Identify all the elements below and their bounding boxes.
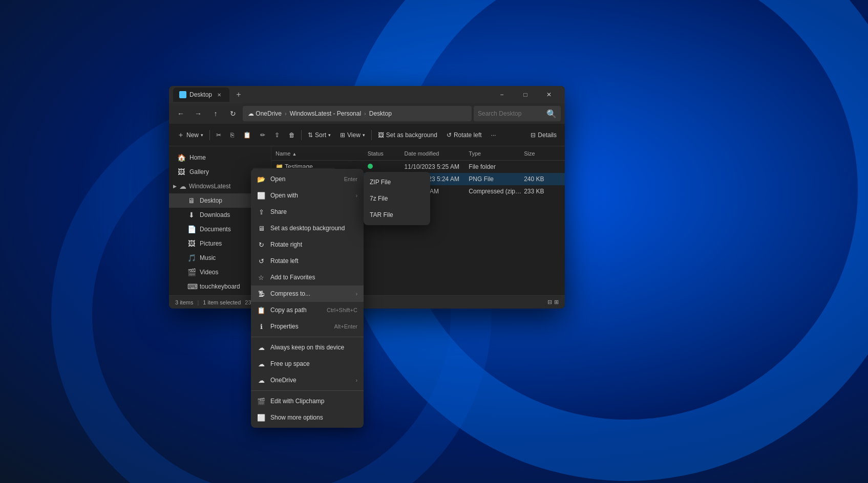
col-header-date[interactable]: Date modified [405, 150, 469, 157]
share-button[interactable]: ⇪ [270, 127, 284, 143]
background-label: Set as background [386, 131, 437, 139]
submenu-zip[interactable]: ZIP File [364, 174, 430, 190]
ctx-clipchamp-label: Edit with Clipchamp [270, 398, 357, 405]
search-input[interactable] [478, 110, 543, 117]
ctx-free-space[interactable]: ☁ Free up space [251, 356, 364, 372]
ctx-more-options[interactable]: ⬜ Show more options [251, 409, 364, 426]
ctx-open[interactable]: 📂 Open Enter [251, 171, 364, 187]
ctx-properties[interactable]: ℹ Properties Alt+Enter [251, 318, 364, 335]
ctx-rotate-left[interactable]: ↺ Rotate left [251, 253, 364, 269]
new-button[interactable]: ＋ New ▾ [173, 127, 207, 143]
ctx-compress[interactable]: 🗜 Compress to... › [251, 286, 364, 302]
ctx-share[interactable]: ⇪ Share [251, 204, 364, 220]
details-label: Details [538, 131, 557, 139]
ctx-compress-label: Compress to... [270, 290, 351, 297]
ctx-copy-path[interactable]: 📋 Copy as path Ctrl+Shift+C [251, 302, 364, 318]
breadcrumb-onedrive[interactable]: ☁ OneDrive [248, 110, 282, 117]
breadcrumb-desktop[interactable]: Desktop [369, 110, 392, 117]
view-icon-grid[interactable]: ⊞ [554, 299, 559, 305]
rotate-right-icon: ↻ [257, 240, 265, 249]
7z-label: 7z File [370, 195, 388, 202]
col-header-status[interactable]: Status [368, 150, 405, 157]
set-background-button[interactable]: 🖼 Set as background [374, 127, 441, 143]
ctx-onedrive-label: OneDrive [270, 377, 351, 384]
compress-icon: 🗜 [257, 290, 265, 298]
ctx-open-with[interactable]: ⬜ Open with › [251, 187, 364, 204]
ctx-open-shortcut: Enter [344, 176, 357, 182]
toolbar-separator-2 [301, 130, 302, 140]
active-tab[interactable]: Desktop ✕ [173, 87, 229, 102]
ctx-add-favorites[interactable]: ☆ Add to Favorites [251, 269, 364, 286]
cloud-icon: ☁ [179, 182, 187, 190]
zip-label: ZIP File [370, 179, 391, 186]
file-size-1: 240 KB [524, 175, 561, 183]
tar-label: TAR File [370, 211, 393, 218]
tab-close-button[interactable]: ✕ [215, 91, 223, 99]
new-tab-button[interactable]: + [231, 87, 246, 102]
address-bar[interactable]: ☁ OneDrive › WindowsLatest - Personal › … [243, 106, 472, 121]
search-bar[interactable]: 🔍 [474, 106, 561, 121]
sort-dropdown-icon: ▾ [328, 133, 331, 138]
up-button[interactable]: ↑ [208, 106, 223, 121]
submenu-tar[interactable]: TAR File [364, 207, 430, 223]
delete-button[interactable]: 🗑 [285, 127, 299, 143]
rotate-left-button[interactable]: ↺ Rotate left [442, 127, 486, 143]
ctx-clipchamp[interactable]: 🎬 Edit with Clipchamp [251, 393, 364, 409]
sidebar-label-downloads: Downloads [200, 211, 230, 218]
documents-icon: 📄 [187, 225, 196, 233]
back-button[interactable]: ← [173, 106, 188, 121]
col-header-name[interactable]: Name ▲ [276, 150, 368, 157]
downloads-icon: ⬇ [187, 211, 196, 219]
ctx-free-space-label: Free up space [270, 360, 357, 367]
file-date-0: 11/10/2023 5:25 AM [405, 163, 469, 170]
ctx-rotate-right[interactable]: ↻ Rotate right [251, 236, 364, 253]
breadcrumb-sep-2: › [364, 111, 366, 117]
rename-icon: ✏ [260, 131, 265, 139]
minimize-button[interactable]: − [490, 86, 514, 103]
view-dropdown-icon: ▾ [363, 133, 365, 138]
background-icon: 🖼 [378, 131, 384, 139]
ctx-properties-label: Properties [270, 323, 329, 330]
sidebar-item-home[interactable]: 🏠 Home [169, 150, 271, 165]
sidebar-label-pictures: Pictures [200, 240, 222, 247]
open-icon: 📂 [257, 175, 265, 183]
view-button[interactable]: ⊞ View ▾ [336, 127, 369, 143]
sort-button[interactable]: ⇅ Sort ▾ [304, 127, 335, 143]
paste-button[interactable]: 📋 [239, 127, 255, 143]
ctx-keep-device[interactable]: ☁ Always keep on this device [251, 339, 364, 356]
keyboard-icon: ⌨ [187, 282, 196, 291]
open-with-icon: ⬜ [257, 191, 265, 200]
col-header-size[interactable]: Size [524, 150, 561, 157]
title-bar: Desktop ✕ + − □ ✕ [169, 86, 565, 103]
new-label: New [186, 131, 199, 139]
expand-icon: ▶ [173, 184, 177, 189]
ctx-more-options-label: Show more options [270, 414, 357, 421]
breadcrumb-windowslatest[interactable]: WindowsLatest - Personal [290, 110, 361, 117]
rotate-left-ctx-icon: ↺ [257, 257, 265, 265]
maximize-button[interactable]: □ [514, 86, 537, 103]
status-bar: 3 items | 1 item selected 239 KB | Av ⊟ … [169, 295, 565, 309]
ctx-keep-device-label: Always keep on this device [270, 344, 357, 351]
close-button[interactable]: ✕ [537, 86, 561, 103]
submenu-7z[interactable]: 7z File [364, 190, 430, 207]
ctx-rotate-left-label: Rotate left [270, 257, 357, 265]
cut-button[interactable]: ✂ [212, 127, 225, 143]
refresh-button[interactable]: ↻ [225, 106, 241, 121]
view-icon: ⊞ [340, 131, 345, 139]
rename-button[interactable]: ✏ [256, 127, 269, 143]
details-icon: ⊟ [531, 131, 536, 139]
view-icon-list[interactable]: ⊟ [547, 299, 552, 305]
copy-button[interactable]: ⎘ [226, 127, 238, 143]
gallery-icon: 🖼 [177, 168, 185, 176]
more-options-button[interactable]: ··· [487, 127, 500, 143]
col-header-type[interactable]: Type [469, 150, 524, 157]
sidebar-label-gallery: Gallery [189, 168, 209, 175]
tab-title: Desktop [189, 91, 212, 98]
forward-button[interactable]: → [190, 106, 206, 121]
details-button[interactable]: ⊟ Details [526, 127, 561, 143]
copy-path-icon: 📋 [257, 306, 265, 314]
new-icon: ＋ [177, 130, 184, 140]
sort-label: Sort [315, 131, 326, 139]
ctx-set-background[interactable]: 🖥 Set as desktop background [251, 220, 364, 236]
ctx-onedrive[interactable]: ☁ OneDrive › [251, 372, 364, 388]
